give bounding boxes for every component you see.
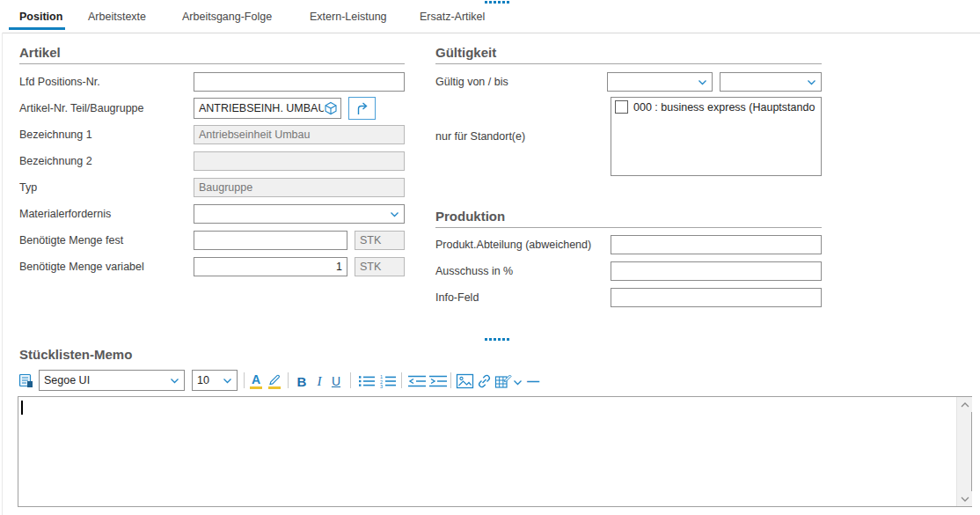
font-color-icon: A (252, 373, 260, 386)
indent-button[interactable] (428, 373, 448, 389)
italic-button[interactable]: I (313, 372, 325, 390)
font-family-select[interactable]: Segoe UI (39, 370, 185, 391)
text-module-icon[interactable] (16, 371, 35, 390)
panel-left-border (2, 33, 3, 515)
section-line-gueltigkeit (435, 63, 822, 64)
active-tab-indicator (9, 27, 65, 30)
section-line-artikel (19, 63, 405, 64)
section-line-produktion (435, 227, 822, 228)
label-typ: Typ (19, 181, 37, 195)
tab-ersatz-artikel[interactable]: Ersatz-Artikel (420, 11, 485, 23)
table-menu-chevron-icon[interactable] (512, 379, 523, 386)
label-bezeichnung-2: Bezeichnung 2 (19, 155, 92, 168)
input-artikel-nr[interactable]: ANTRIEBSEINH. UMBAU (194, 98, 341, 119)
insert-table-button[interactable] (494, 372, 512, 390)
chevron-down-icon (390, 211, 399, 217)
input-menge-fest[interactable] (194, 231, 347, 250)
font-color-swatch (250, 386, 262, 389)
tab-arbeitstexte[interactable]: Arbeitstexte (88, 11, 146, 23)
standort-checkbox[interactable] (615, 100, 628, 114)
toolbar-separator (350, 372, 351, 388)
label-menge-variabel: Benötigte Menge variabel (19, 261, 144, 274)
label-lfd-positions-nr: Lfd Positions-Nr. (19, 76, 100, 89)
input-ausschuss[interactable] (611, 261, 822, 281)
memo-scrollbar[interactable] (956, 397, 971, 506)
label-ausschuss: Ausschuss in % (435, 265, 513, 278)
tab-extern-leistung[interactable]: Extern-Leistung (310, 11, 387, 23)
font-family-value: Segoe UI (44, 374, 90, 386)
standorte-listbox[interactable]: 000 : business express (Hauptstando (611, 97, 822, 176)
chevron-down-icon (223, 378, 232, 384)
input-menge-variabel[interactable]: 1 (194, 257, 347, 276)
unit-menge-variabel: STK (355, 257, 405, 276)
text-caret (21, 401, 23, 415)
label-menge-fest: Benötigte Menge fest (19, 234, 123, 247)
toolbar-separator (401, 372, 402, 388)
underline-icon: U (332, 375, 340, 388)
input-typ: Baugruppe (194, 178, 405, 197)
dropdown-gueltig-bis[interactable] (720, 72, 822, 92)
highlight-swatch (268, 386, 281, 389)
memo-splitter-handle[interactable] (485, 338, 509, 341)
section-title-gueltigkeit: Gültigkeit (435, 45, 496, 60)
label-gueltig-von-bis: Gültig von / bis (435, 76, 508, 89)
section-title-artikel: Artikel (19, 45, 61, 60)
svg-text:3: 3 (380, 384, 383, 388)
horizontal-rule-icon: — (527, 375, 539, 387)
font-color-button[interactable]: A (248, 372, 264, 391)
standort-label: 000 : business express (Hauptstando (633, 101, 815, 114)
input-info-feld[interactable] (611, 288, 822, 307)
label-materialerfordernis: Materialerfordernis (19, 208, 111, 221)
label-artikel-nr: Artikel-Nr. Teil/Baugruppe (19, 102, 144, 115)
standort-list-item[interactable]: 000 : business express (Hauptstando (611, 98, 821, 116)
numbered-list-button[interactable]: 1 2 3 (378, 373, 397, 389)
dropdown-materialerfordernis[interactable] (194, 204, 405, 224)
scroll-down-button[interactable] (957, 491, 972, 506)
chevron-down-icon (807, 79, 816, 85)
font-size-select[interactable]: 10 (192, 370, 238, 391)
bold-button[interactable]: B (294, 372, 310, 390)
unit-menge-fest: STK (355, 231, 405, 250)
input-bezeichnung-1: Antriebseinheit Umbau (194, 125, 405, 144)
underline-button[interactable]: U (329, 372, 343, 390)
font-size-value: 10 (197, 374, 209, 386)
dropdown-gueltig-von[interactable] (607, 72, 713, 92)
highlight-pencil-icon (268, 373, 282, 386)
highlight-button[interactable] (267, 372, 282, 391)
bom-position-form: Position Arbeitstexte Arbeitsgang-Folge … (0, 0, 980, 515)
insert-link-button[interactable] (475, 373, 493, 389)
goto-artikel-button[interactable] (348, 97, 376, 120)
toolbar-separator (288, 372, 289, 388)
insert-image-button[interactable] (455, 372, 474, 390)
artikel-nr-value: ANTRIEBSEINH. UMBAU (199, 102, 324, 114)
tab-arbeitsgang-folge[interactable]: Arbeitsgang-Folge (182, 11, 272, 23)
outdent-button[interactable] (406, 373, 427, 389)
top-splitter-handle[interactable] (485, 1, 509, 4)
memo-editor[interactable] (18, 396, 972, 507)
toolbar-separator (450, 372, 451, 388)
tabstrip-divider (2, 33, 980, 33)
tab-position[interactable]: Position (19, 11, 62, 23)
label-info-feld: Info-Feld (435, 291, 479, 305)
label-bezeichnung-1: Bezeichnung 1 (19, 129, 92, 142)
input-bezeichnung-2 (194, 151, 405, 171)
chevron-down-icon (698, 79, 707, 85)
italic-icon: I (318, 375, 322, 388)
chevron-down-icon (170, 378, 179, 384)
input-lfd-positions-nr[interactable] (194, 72, 405, 92)
horizontal-rule-button[interactable]: — (524, 373, 542, 389)
bullet-list-button[interactable] (357, 373, 376, 389)
cube-icon[interactable] (324, 101, 338, 115)
goto-arrow-icon (355, 101, 369, 116)
scroll-up-button[interactable] (957, 397, 972, 412)
label-produkt-abteilung: Produkt.Abteilung (abweichend) (435, 239, 591, 252)
bold-icon: B (297, 375, 307, 388)
section-title-produktion: Produktion (435, 209, 505, 224)
toolbar-separator (244, 372, 245, 388)
input-produkt-abteilung[interactable] (611, 235, 822, 254)
section-title-memo: Stücklisten-Memo (19, 347, 132, 362)
label-nur-fuer-standorte: nur für Standort(e) (435, 130, 525, 143)
